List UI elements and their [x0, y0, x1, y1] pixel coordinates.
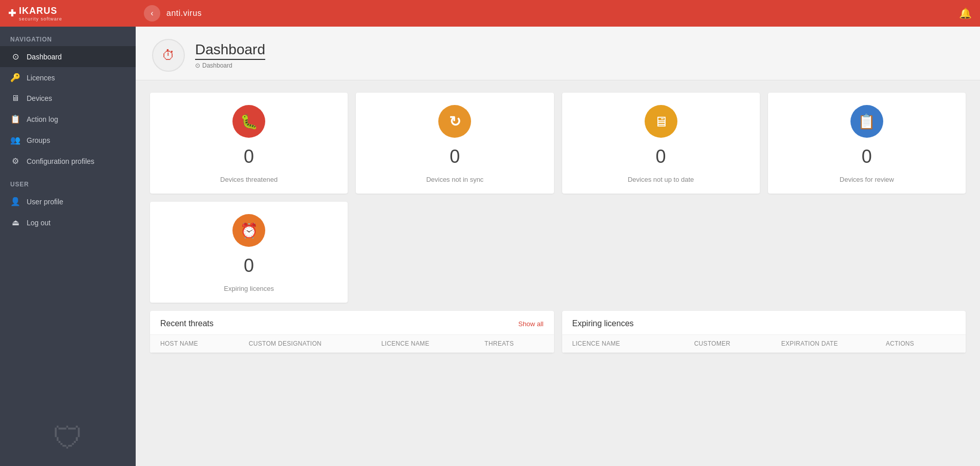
- back-button[interactable]: ‹: [144, 5, 160, 22]
- sync-icon: ↻: [449, 113, 461, 130]
- topbar-app-name: anti.virus: [166, 9, 202, 18]
- logo-sub: security software: [19, 16, 62, 22]
- expiring-licences-table-card: Expiring licences Licence name Customer …: [562, 311, 966, 353]
- recent-threats-column-headers: Host name Custom designation Licence nam…: [150, 335, 554, 353]
- dashboard-body: 🐛 0 Devices threatened ↻ 0 Devices not i…: [136, 80, 980, 365]
- log-out-icon: ⏏: [10, 218, 20, 227]
- breadcrumb-icon: ⊙: [195, 62, 200, 69]
- devices-for-review-icon-circle: 📋: [850, 105, 883, 138]
- sidebar: Navigation ⊙ Dashboard 🔑 Licences 🖥 Devi…: [0, 27, 136, 466]
- expiring-licences-label: Expiring licences: [224, 285, 274, 292]
- col-licence-name: Licence name: [381, 340, 485, 347]
- sidebar-item-user-profile-label: User profile: [27, 198, 63, 206]
- clock-icon: ⏰: [240, 222, 258, 239]
- devices-threatened-value: 0: [244, 146, 254, 167]
- config-profiles-icon: ⚙: [10, 156, 20, 166]
- bug-icon: 🐛: [240, 113, 258, 130]
- stat-card-devices-not-in-sync: ↻ 0 Devices not in sync: [356, 93, 553, 194]
- sidebar-item-dashboard[interactable]: ⊙ Dashboard: [0, 46, 136, 67]
- sidebar-item-groups[interactable]: 👥 Groups: [0, 130, 136, 151]
- sidebar-item-user-profile[interactable]: 👤 User profile: [0, 191, 136, 212]
- col-licence-name: Licence name: [572, 340, 694, 347]
- licences-icon: 🔑: [10, 73, 20, 82]
- logo-text: IKARUS: [19, 6, 57, 16]
- expiring-licences-column-headers: Licence name Customer Expiration date Ac…: [562, 335, 966, 353]
- recent-threats-header: Recent threats Show all: [150, 311, 554, 335]
- stat-card-expiring-licences: ⏰ 0 Expiring licences: [150, 202, 348, 303]
- devices-not-up-to-date-icon-circle: 🖥: [645, 105, 677, 138]
- sidebar-item-log-out[interactable]: ⏏ Log out: [0, 212, 136, 233]
- main-content: ⏱ Dashboard ⊙ Dashboard 🐛 0 Devices t: [136, 27, 980, 466]
- logo-cross-icon: ✚: [8, 8, 16, 19]
- dashboard-header-icon: ⏱: [162, 48, 175, 63]
- devices-not-in-sync-icon-circle: ↻: [438, 105, 471, 138]
- col-expiration-date: Expiration date: [781, 340, 886, 347]
- sidebar-item-licences-label: Licences: [27, 74, 55, 82]
- topbar: ✚ IKARUS security software ‹ anti.virus …: [0, 0, 980, 27]
- stat-card-devices-threatened: 🐛 0 Devices threatened: [150, 93, 348, 194]
- groups-icon: 👥: [10, 135, 20, 145]
- expiring-licences-value: 0: [244, 255, 254, 277]
- expiring-licences-header: Expiring licences: [562, 311, 966, 335]
- main-layout: Navigation ⊙ Dashboard 🔑 Licences 🖥 Devi…: [0, 27, 980, 466]
- sidebar-item-devices-label: Devices: [27, 94, 52, 102]
- logo: ✚ IKARUS security software: [8, 6, 62, 22]
- tables-row: Recent threats Show all Host name Custom…: [150, 311, 966, 353]
- clipboard-icon: 📋: [858, 113, 876, 130]
- recent-threats-show-all[interactable]: Show all: [518, 320, 543, 328]
- dashboard-icon: ⊙: [10, 52, 20, 61]
- sidebar-item-log-out-label: Log out: [27, 219, 51, 227]
- col-host-name: Host name: [160, 340, 249, 347]
- devices-for-review-label: Devices for review: [840, 176, 894, 183]
- sidebar-item-configuration-profiles[interactable]: ⚙ Configuration profiles: [0, 151, 136, 172]
- page-title: Dashboard: [195, 41, 265, 60]
- devices-threatened-icon-circle: 🐛: [232, 105, 265, 138]
- col-actions: Actions: [886, 340, 955, 347]
- devices-icon: 🖥: [10, 94, 20, 103]
- col-custom-designation: Custom designation: [249, 340, 381, 347]
- topbar-logo-area: ✚ IKARUS security software: [8, 6, 144, 22]
- sidebar-item-groups-label: Groups: [27, 136, 50, 144]
- sidebar-bottom-decoration: 🛡: [0, 410, 136, 466]
- recent-threats-title: Recent threats: [160, 319, 214, 328]
- expiring-licences-row: ⏰ 0 Expiring licences: [150, 202, 966, 303]
- col-customer: Customer: [694, 340, 781, 347]
- recent-threats-table-card: Recent threats Show all Host name Custom…: [150, 311, 554, 353]
- stat-cards-row: 🐛 0 Devices threatened ↻ 0 Devices not i…: [150, 93, 966, 194]
- monitor-icon: 🖥: [654, 113, 668, 130]
- sidebar-item-config-profiles-label: Configuration profiles: [27, 157, 94, 165]
- devices-not-in-sync-value: 0: [450, 146, 460, 167]
- topbar-right: 🔔: [959, 7, 972, 19]
- sidebar-item-devices[interactable]: 🖥 Devices: [0, 88, 136, 109]
- devices-not-in-sync-label: Devices not in sync: [426, 176, 483, 183]
- sidebar-bottom-icon: 🛡: [53, 420, 83, 456]
- nav-section-label: Navigation: [0, 27, 136, 46]
- devices-not-up-to-date-label: Devices not up to date: [628, 176, 694, 183]
- sidebar-item-dashboard-label: Dashboard: [27, 53, 62, 61]
- page-header: ⏱ Dashboard ⊙ Dashboard: [136, 27, 980, 80]
- stat-card-devices-for-review: 📋 0 Devices for review: [768, 93, 966, 194]
- user-section-label: User: [0, 172, 136, 191]
- topbar-main: ‹ anti.virus: [144, 5, 959, 22]
- devices-threatened-label: Devices threatened: [220, 176, 278, 183]
- action-log-icon: 📋: [10, 114, 20, 124]
- col-threats: Threats: [484, 340, 543, 347]
- user-profile-icon: 👤: [10, 197, 20, 206]
- expiring-licences-icon-circle: ⏰: [232, 214, 265, 247]
- devices-not-up-to-date-value: 0: [656, 146, 666, 167]
- page-header-icon: ⏱: [152, 39, 185, 72]
- sidebar-item-action-log-label: Action log: [27, 115, 58, 123]
- expiring-licences-table-title: Expiring licences: [572, 319, 634, 328]
- breadcrumb: ⊙ Dashboard: [195, 62, 265, 69]
- breadcrumb-text: Dashboard: [202, 62, 232, 69]
- sidebar-item-action-log[interactable]: 📋 Action log: [0, 109, 136, 130]
- page-header-text: Dashboard ⊙ Dashboard: [195, 41, 265, 69]
- devices-for-review-value: 0: [862, 146, 872, 167]
- sidebar-item-licences[interactable]: 🔑 Licences: [0, 67, 136, 88]
- notification-bell-icon[interactable]: 🔔: [959, 7, 972, 19]
- stat-card-devices-not-up-to-date: 🖥 0 Devices not up to date: [562, 93, 760, 194]
